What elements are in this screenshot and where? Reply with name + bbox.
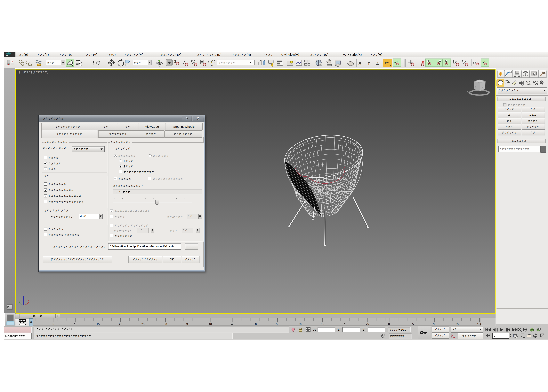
svg-text:x: x	[335, 209, 336, 211]
svg-text:60: 60	[299, 322, 301, 326]
svg-text:5: 5	[52, 322, 54, 326]
svg-text:z: z	[324, 203, 325, 206]
svg-text:Y: Y	[367, 61, 370, 66]
svg-text:#######: #######	[219, 61, 235, 64]
svg-text:y: y	[19, 300, 20, 303]
svg-text:30: 30	[164, 322, 167, 326]
svg-text:Z: Z	[376, 61, 379, 66]
svg-text:MXD: MXD	[6, 54, 11, 57]
svg-text:75: 75	[366, 322, 369, 326]
svg-text:35: 35	[186, 322, 189, 326]
svg-text:65: 65	[321, 322, 324, 326]
svg-text:20: 20	[119, 322, 122, 326]
svg-text:###: ###	[134, 61, 141, 64]
svg-text:z: z	[22, 293, 24, 296]
svg-text:###: ###	[47, 61, 55, 64]
svg-text:XY: XY	[385, 61, 389, 65]
svg-text:40: 40	[209, 322, 212, 326]
svg-text:ABC: ABC	[210, 64, 214, 67]
svg-text:50: 50	[254, 322, 257, 326]
svg-text:55: 55	[276, 322, 279, 326]
svg-text:y: y	[295, 167, 296, 170]
svg-text:10: 10	[74, 322, 77, 326]
svg-text:85: 85	[411, 322, 414, 326]
svg-text:80: 80	[388, 322, 391, 326]
svg-text:#: #	[482, 85, 483, 88]
svg-text:x: x	[28, 299, 29, 301]
svg-text:15: 15	[97, 322, 100, 326]
svg-text:90: 90	[433, 322, 436, 326]
svg-text:#: #	[475, 85, 477, 89]
svg-text:95: 95	[455, 322, 459, 326]
svg-text:x: x	[344, 166, 345, 169]
svg-text:3: 3	[174, 59, 176, 63]
svg-text:70: 70	[343, 322, 346, 326]
svg-text:45: 45	[231, 322, 234, 326]
svg-text:100: 100	[477, 322, 481, 326]
svg-text:25: 25	[141, 322, 144, 326]
svg-text:X: X	[358, 61, 362, 66]
